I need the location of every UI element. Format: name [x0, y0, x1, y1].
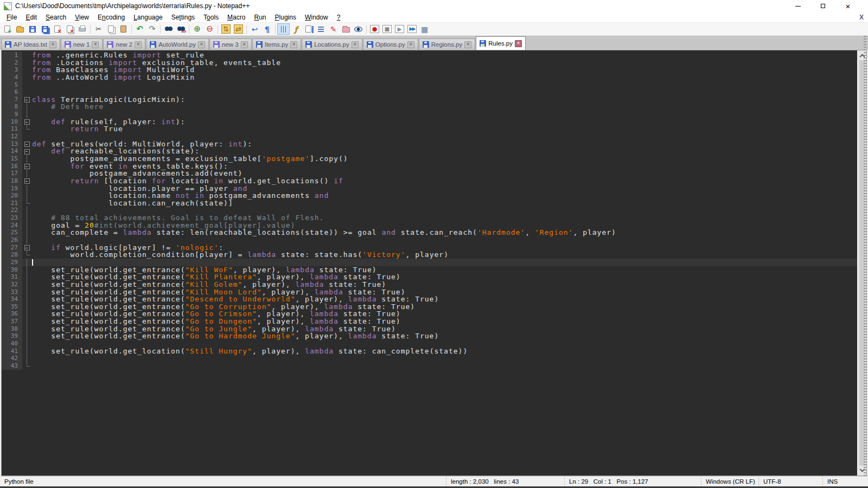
- undo-button[interactable]: ↶: [133, 23, 146, 35]
- macro-record-button[interactable]: ●: [368, 23, 381, 35]
- code-line-37[interactable]: 37 set_rule(world.get_entrance("Go to Du…: [2, 318, 857, 325]
- tab-close-icon[interactable]: ×: [407, 41, 414, 48]
- menu-macro[interactable]: Macro: [223, 12, 250, 22]
- code-line-30[interactable]: 30 set_rule(world.get_entrance("Kill WoF…: [2, 266, 857, 274]
- code-line-24[interactable]: 24 goal = 20#int(world.achievement_goal[…: [2, 222, 857, 229]
- code-line-32[interactable]: 32 set_rule(world.get_entrance("Kill Gol…: [2, 281, 857, 288]
- sync-horizontal-scroll-button[interactable]: ⇄: [232, 23, 245, 35]
- show-all-characters-button[interactable]: ¶: [261, 23, 273, 35]
- save-all-button[interactable]: [39, 23, 51, 35]
- paste-button[interactable]: [117, 23, 130, 35]
- code-line-29[interactable]: 29: [2, 259, 857, 266]
- code-line-22[interactable]: 22: [2, 207, 857, 214]
- code-line-25[interactable]: 25 can_complete = lambda state: len(reac…: [2, 229, 857, 236]
- redo-button[interactable]: ↷: [146, 23, 158, 35]
- fold-collapse-icon[interactable]: [22, 177, 32, 185]
- code-line-11[interactable]: 11 return True: [2, 125, 857, 133]
- tab-close-icon[interactable]: ×: [49, 41, 56, 48]
- tab-new-1[interactable]: new 1×: [61, 38, 103, 50]
- menu-run[interactable]: Run: [250, 12, 270, 22]
- find-button[interactable]: [162, 23, 175, 35]
- menu-window[interactable]: Window: [301, 12, 333, 22]
- fold-collapse-icon[interactable]: [22, 244, 32, 252]
- code-line-31[interactable]: 31 set_rule(world.get_entrance("Kill Pla…: [2, 273, 857, 281]
- tab-ap-ideas-txt[interactable]: AP Ideas.txt×: [1, 38, 60, 50]
- code-line-23[interactable]: 23 # 88 total achievements. Goal is to d…: [2, 214, 857, 222]
- cut-button[interactable]: ✂: [92, 23, 105, 35]
- edit-macro-button[interactable]: ✎: [327, 23, 340, 35]
- save-button[interactable]: [26, 23, 39, 35]
- code-line-18[interactable]: 18 return [location for location in worl…: [2, 177, 857, 185]
- code-line-39[interactable]: 39 set_rule(world.get_entrance("Go to Ha…: [2, 332, 857, 340]
- code-line-20[interactable]: 20 location.name not in postgame_advance…: [2, 192, 857, 200]
- close-all-button[interactable]: ×: [63, 23, 76, 35]
- word-wrap-button[interactable]: ↩: [248, 23, 261, 35]
- open-file-button[interactable]: [14, 23, 26, 35]
- tab-close-icon[interactable]: ×: [198, 41, 205, 48]
- code-line-27[interactable]: 27 if world.logic[player] != 'nologic':: [2, 244, 857, 252]
- menu-search[interactable]: Search: [41, 12, 71, 22]
- print-button[interactable]: [76, 23, 88, 35]
- code-line-26[interactable]: 26: [2, 236, 857, 244]
- code-line-9[interactable]: 9: [2, 111, 857, 118]
- code-line-2[interactable]: 2from .Locations import exclusion_table,…: [2, 59, 857, 67]
- code-line-16[interactable]: 16 for event in events_table.keys():: [2, 163, 857, 170]
- minimize-button[interactable]: [786, 0, 810, 12]
- tab-locations-py[interactable]: Locations.py×: [302, 38, 362, 50]
- fold-collapse-icon[interactable]: [22, 147, 32, 155]
- fold-collapse-icon[interactable]: [22, 163, 32, 170]
- code-line-38[interactable]: 38 set_rule(world.get_entrance("Go to Ju…: [2, 325, 857, 333]
- menu-encoding[interactable]: Encoding: [93, 12, 129, 22]
- tab-new-3[interactable]: new 3×: [209, 38, 252, 50]
- code-line-21[interactable]: 21 location.can_reach(state)]: [2, 200, 857, 207]
- new-file-button[interactable]: +: [1, 23, 14, 35]
- close-button[interactable]: ×: [51, 23, 63, 35]
- code-line-5[interactable]: 5: [2, 81, 857, 89]
- code-area[interactable]: 1from ..generic.Rules import set_rule2fr…: [2, 50, 857, 476]
- fold-collapse-icon[interactable]: [22, 140, 32, 148]
- code-line-4[interactable]: 4from ..AutoWorld import LogicMixin: [2, 74, 857, 81]
- folder-as-workspace-button[interactable]: [340, 23, 352, 35]
- function-list-button[interactable]: ƒ: [290, 23, 302, 35]
- menu-tools[interactable]: Tools: [199, 12, 223, 22]
- code-line-36[interactable]: 36 set_rule(world.get_entrance("Go to Cr…: [2, 310, 857, 318]
- code-line-34[interactable]: 34 set_rule(world.get_entrance("Descend …: [2, 296, 857, 303]
- macro-play-button[interactable]: ▶: [393, 23, 406, 35]
- show-indent-guide-button[interactable]: [277, 23, 290, 35]
- code-line-17[interactable]: 17 postgame_advancements.add(event): [2, 170, 857, 177]
- code-line-1[interactable]: 1from ..generic.Rules import set_rule: [2, 52, 857, 59]
- code-line-6[interactable]: 6: [2, 88, 857, 96]
- document-map-button[interactable]: [302, 23, 315, 35]
- code-line-33[interactable]: 33 set_rule(world.get_entrance("Kill Moo…: [2, 288, 857, 296]
- code-line-41[interactable]: 41 set_rule(world.get_location("Still Hu…: [2, 348, 857, 355]
- sync-vertical-scroll-button[interactable]: ⇅: [220, 23, 232, 35]
- close-document-icon[interactable]: X: [859, 14, 864, 21]
- code-line-15[interactable]: 15 postgame_advancements = exclusion_tab…: [2, 155, 857, 163]
- tab-rules-py[interactable]: Rules.py×: [476, 36, 526, 50]
- code-line-42[interactable]: 42: [2, 355, 857, 362]
- document-list-button[interactable]: [315, 23, 327, 35]
- tab-options-py[interactable]: Options.py×: [363, 38, 418, 50]
- restore-button[interactable]: [810, 0, 835, 12]
- zoom-in-button[interactable]: ⊕: [191, 23, 203, 35]
- tab-regions-py[interactable]: Regions.py×: [419, 38, 476, 50]
- tab-items-py[interactable]: Items.py×: [252, 38, 301, 50]
- menu-view[interactable]: View: [71, 12, 93, 22]
- code-line-10[interactable]: 10 def rule(self, player: int):: [2, 118, 857, 126]
- code-line-14[interactable]: 14 def reachable_locations(state):: [2, 147, 857, 155]
- tab-autoworld-py[interactable]: AutoWorld.py×: [146, 38, 209, 50]
- copy-button[interactable]: [105, 23, 117, 35]
- code-line-12[interactable]: 12: [2, 133, 857, 140]
- tab-close-icon[interactable]: ×: [290, 41, 297, 48]
- tab-close-icon[interactable]: ×: [515, 40, 522, 47]
- code-line-13[interactable]: 13def set_rules(world: MultiWorld, playe…: [2, 140, 857, 148]
- code-line-28[interactable]: 28 world.completion_condition[player] = …: [2, 251, 857, 259]
- menu-file[interactable]: File: [2, 12, 21, 22]
- tab-close-icon[interactable]: ×: [92, 41, 99, 48]
- zoom-out-button[interactable]: ⊖: [203, 23, 216, 35]
- tab-close-icon[interactable]: ×: [241, 41, 248, 48]
- menu-settings[interactable]: Settings: [167, 12, 199, 22]
- menu-plugins[interactable]: Plugins: [271, 12, 301, 22]
- code-line-35[interactable]: 35 set_rule(world.get_entrance("Go to Co…: [2, 303, 857, 311]
- trim-trailing-spaces-button[interactable]: ▦: [418, 23, 431, 35]
